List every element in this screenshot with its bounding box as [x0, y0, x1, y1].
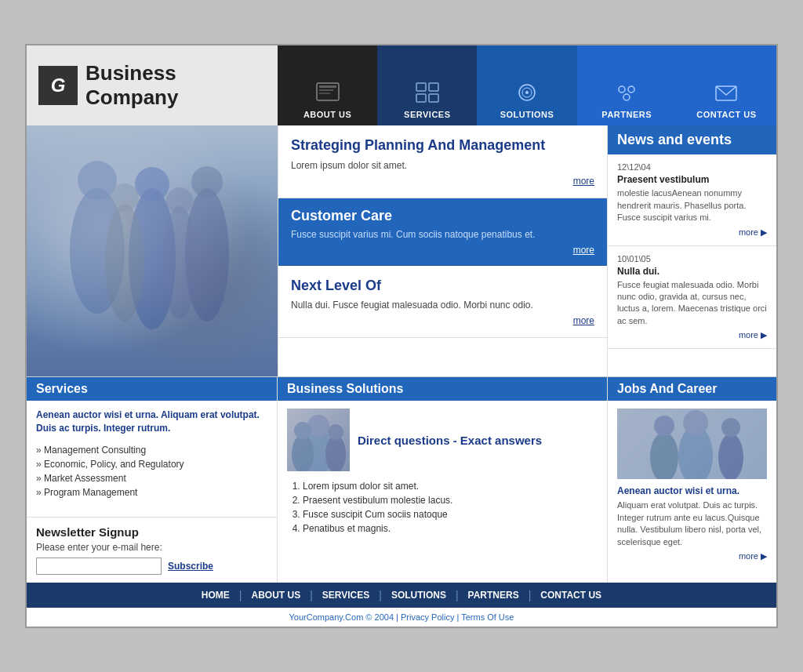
services-icon — [412, 78, 443, 106]
page-wrapper: G Business Company ABOUT US — [25, 44, 778, 628]
about-icon — [312, 78, 343, 106]
news-body-1: molestie lacusAenean nonummy hendrerit m… — [617, 187, 767, 223]
services-content: Aenean auctor wisi et urna. Aliquam erat… — [27, 401, 277, 517]
svg-rect-4 — [416, 83, 426, 91]
list-item: Program Management — [36, 485, 267, 499]
newsletter-email-input[interactable] — [36, 558, 162, 575]
nav-contact[interactable]: CONTACT US — [677, 45, 776, 125]
svg-rect-5 — [429, 83, 438, 91]
nav-solutions[interactable]: SOLUTIONS — [477, 45, 576, 125]
nav-services[interactable]: SERVICES — [377, 45, 477, 125]
svg-rect-7 — [429, 94, 438, 102]
solutions-image-area: Direct questions - Exact answers — [287, 409, 598, 471]
solutions-tagline: Direct questions - Exact answers — [358, 432, 542, 449]
block-customer-care-body: Fusce suscipit varius mi. Cum sociis nat… — [291, 229, 594, 240]
bottom-row: Services Aenean auctor wisi et urna. Ali… — [27, 376, 776, 583]
jobs-thumbnail — [617, 409, 767, 479]
footer-nav-home[interactable]: HOME — [192, 590, 239, 601]
logo-text: Business Company — [85, 61, 178, 110]
news-title-1: Praesent vestibulum — [617, 174, 767, 185]
block-planning-more[interactable]: more — [291, 176, 594, 187]
footer-copyright: YourCompany.Com © 2004 | Privacy Policy … — [27, 608, 776, 627]
news-item-2: 10\01\05 Nulla dui. Fusce feugiat malesu… — [608, 246, 776, 350]
footer-nav-contact[interactable]: CONTACT US — [531, 590, 611, 601]
list-item: Fusce suscipit Cum sociis natoque — [303, 507, 598, 521]
newsletter-title: Newsletter Signup — [36, 525, 267, 539]
svg-rect-2 — [319, 89, 333, 91]
svg-rect-3 — [319, 93, 330, 94]
block-next-level: Next Level Of Nulla dui. Fusce feugiat m… — [278, 266, 607, 338]
jobs-text: Aenean auctor wisi et urna. Aliquam erat… — [617, 485, 767, 561]
block-customer-care: Customer Care Fusce suscipit varius mi. … — [278, 198, 607, 266]
right-sidebar: News and events 12\12\04 Praesent vestib… — [608, 125, 776, 376]
news-more-2[interactable]: more — [617, 330, 767, 340]
jobs-more[interactable]: more — [617, 551, 767, 561]
jobs-content: Aenean auctor wisi et urna. Aliquam erat… — [608, 401, 776, 569]
footer-nav-solutions[interactable]: SOLUTIONS — [382, 590, 456, 601]
footer-nav-partners[interactable]: PARTNERS — [459, 590, 529, 601]
news-more-1[interactable]: more — [617, 227, 767, 238]
block-customer-care-more[interactable]: more — [291, 245, 594, 256]
hero-image-blur — [27, 125, 278, 376]
services-intro: Aenean auctor wisi et urna. Aliquam erat… — [36, 409, 267, 435]
svg-point-37 — [721, 418, 740, 437]
news-title-2: Nulla dui. — [617, 266, 767, 277]
block-next-level-title: Next Level Of — [291, 277, 594, 295]
news-date-2: 10\01\05 — [617, 254, 767, 263]
svg-rect-6 — [416, 94, 426, 102]
footer-nav: HOME | ABOUT US | SERVICES | SOLUTIONS |… — [27, 583, 776, 608]
svg-point-12 — [628, 86, 634, 93]
svg-point-13 — [623, 94, 630, 100]
main-content: Strateging Planning And Management Lorem… — [27, 125, 776, 376]
news-header: News and events — [608, 125, 776, 154]
nav-about[interactable]: ABOUT US — [278, 45, 377, 125]
list-item: Penatibus et magnis. — [303, 521, 598, 536]
list-item: Economic, Policy, and Regulatory — [36, 457, 267, 471]
contact-icon — [710, 78, 742, 106]
svg-point-10 — [525, 91, 529, 94]
logo-area: G Business Company — [27, 45, 278, 125]
news-item-1: 12\12\04 Praesent vestibulum molestie la… — [608, 154, 776, 245]
newsletter-section: Newsletter Signup Please enter your e-ma… — [27, 517, 277, 583]
block-planning: Strateging Planning And Management Lorem… — [278, 125, 607, 198]
svg-point-11 — [619, 86, 625, 93]
partners-icon — [611, 78, 642, 106]
svg-point-30 — [328, 424, 343, 440]
solutions-thumbnail — [287, 409, 350, 471]
list-item: Management Consulting — [36, 443, 267, 457]
block-planning-title: Strateging Planning And Management — [291, 136, 594, 154]
center-content: Strateging Planning And Management Lorem… — [278, 125, 608, 376]
jobs-title: Aenean auctor wisi et urna. — [617, 485, 767, 496]
list-item: Praesent vestibulum molestie lacus. — [303, 493, 598, 507]
solutions-list: Lorem ipsum dolor sit amet. Praesent ves… — [287, 479, 598, 536]
jobs-body: Aliquam erat volutpat. Duis ac turpis. I… — [617, 499, 767, 548]
header: G Business Company ABOUT US — [27, 45, 776, 125]
svg-point-33 — [683, 410, 708, 435]
footer-nav-about[interactable]: ABOUT US — [242, 590, 311, 601]
footer-nav-services[interactable]: SERVICES — [313, 590, 379, 601]
svg-point-22 — [111, 183, 139, 212]
svg-point-18 — [135, 167, 169, 202]
block-planning-body: Lorem ipsum dolor sit amet. — [291, 160, 594, 171]
nav-partners[interactable]: PARTNERS — [577, 45, 677, 125]
block-next-level-body: Nulla dui. Fusce feugiat malesuada odio.… — [291, 300, 594, 311]
svg-point-21 — [105, 204, 144, 321]
solutions-column: Business Solutions Direct questions — [278, 377, 608, 583]
svg-point-16 — [78, 161, 117, 200]
svg-point-29 — [325, 435, 346, 471]
newsletter-label: Please enter your e-mail here: — [36, 542, 267, 553]
svg-point-24 — [166, 187, 193, 214]
svg-point-28 — [294, 422, 311, 439]
subscribe-button[interactable]: Subscribe — [168, 561, 213, 572]
services-header: Services — [27, 377, 277, 401]
svg-point-36 — [718, 434, 743, 479]
svg-rect-1 — [319, 85, 336, 88]
block-next-level-more[interactable]: more — [291, 315, 594, 326]
svg-point-35 — [654, 416, 674, 436]
solutions-content: Direct questions - Exact answers Lorem i… — [278, 401, 607, 543]
logo-icon: G — [38, 66, 78, 105]
list-item: Market Assessment — [36, 471, 267, 485]
news-date-1: 12\12\04 — [617, 162, 767, 172]
services-list: Management Consulting Economic, Policy, … — [36, 443, 267, 499]
nav-area: ABOUT US SERVICES — [278, 45, 776, 125]
